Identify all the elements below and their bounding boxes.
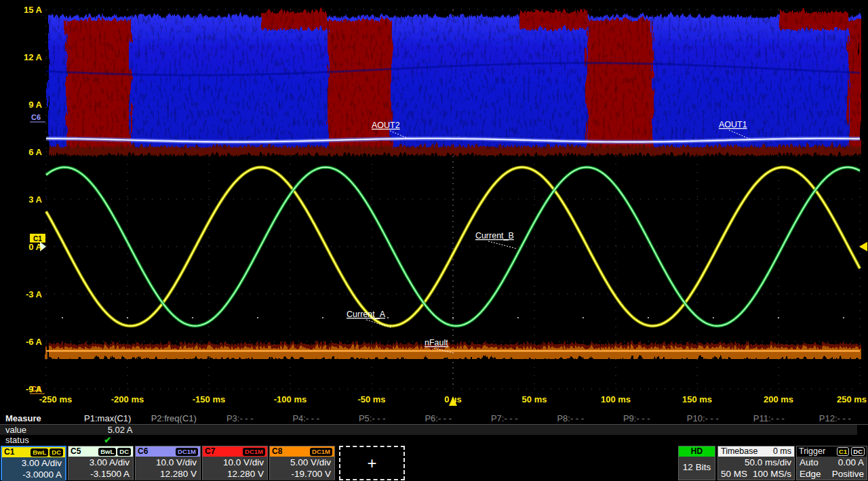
waveform-display[interactable]: AOUT2AOUT1Current_ACurrent_BnFaultC6C1C8…	[0, 0, 868, 412]
measure-status-1: ✔	[75, 435, 141, 445]
minor-grid-dot	[648, 317, 649, 318]
channel-box-c7[interactable]: C7DC1M10.0 V/div12.280 V	[202, 446, 268, 480]
acquisition-box[interactable]: HD 12 Bits	[678, 446, 715, 480]
channel-id-label: C8	[272, 446, 282, 457]
bottom-panel: Measure P1:max(C1)P2:freq(C1)P3:- - -P4:…	[0, 412, 868, 481]
trigger-coupling-badge: DC	[851, 447, 865, 456]
timebase-offset: 0 ms	[773, 446, 791, 457]
x-axis-label: 50 ms	[522, 394, 547, 404]
channel-badge-dc: DC	[50, 448, 63, 457]
measure-param-11[interactable]: P11:- - -	[736, 413, 802, 423]
timebase-title: Timebase	[721, 446, 757, 457]
channel-scale: 10.0 V/div	[203, 457, 264, 469]
measure-table: Measure P1:max(C1)P2:freq(C1)P3:- - -P4:…	[0, 412, 868, 445]
trigger-slope: Positive	[832, 469, 864, 480]
channel-box-c1[interactable]: C1BwLDC3.00 A/div-3.0000 A	[1, 446, 66, 480]
channel-badge-dc1m: DC1M	[176, 448, 198, 456]
minor-grid-dot	[452, 317, 454, 318]
y-axis-label: -3 A	[26, 289, 43, 299]
descriptor-row: + HD 12 Bits Timebase 0 ms 50.0 ms/div 5…	[0, 446, 868, 481]
plus-icon: +	[367, 455, 376, 472]
measure-value-row-label: value	[0, 425, 75, 435]
channel-badge-bwl: BwL	[98, 448, 116, 456]
trace-label-aout1[interactable]: AOUT1	[719, 120, 747, 129]
x-axis-label: 0 µs	[444, 394, 462, 404]
minor-grid-dot	[778, 317, 779, 318]
y-axis-label: 6 A	[28, 147, 42, 157]
channel-badge-dc1m: DC1M	[243, 448, 265, 456]
channel-badge-dc1m: DC1M	[310, 448, 332, 456]
minor-grid-dot	[387, 317, 389, 318]
measure-param-7[interactable]: P7:- - -	[471, 413, 538, 423]
trigger-level: 0.00 A	[838, 457, 864, 469]
timebase-sample-rate: 100 MS/s	[753, 469, 791, 480]
channel-offset: 12.280 V	[136, 469, 197, 480]
y-axis-label: 12 A	[24, 52, 43, 62]
minor-grid-dot	[322, 317, 323, 318]
channel-scale: 10.0 V/div	[136, 457, 197, 469]
minor-grid-dot	[843, 317, 844, 318]
channel-id-label: C1	[4, 447, 14, 457]
minor-grid-dot	[583, 317, 584, 318]
minor-grid-dot	[62, 317, 63, 318]
channel-badge-bwl: BwL	[31, 448, 48, 457]
timebase-scale: 50.0 ms/div	[721, 457, 791, 469]
trace-label-current-b[interactable]: Current_B	[475, 231, 514, 240]
x-axis-label: -100 ms	[274, 394, 307, 404]
c6-trace-marker[interactable]: C6	[31, 113, 41, 121]
measure-status-row-label: status	[0, 435, 75, 445]
add-trace-button[interactable]: +	[339, 446, 405, 480]
channel-id-label: C7	[205, 446, 215, 457]
x-axis-label: -50 ms	[357, 394, 385, 404]
channel-scale: 3.00 A/div	[68, 457, 130, 469]
y-axis-label: -9 A	[26, 384, 43, 394]
minor-grid-dot	[257, 317, 258, 318]
hd-bits-label: 12 Bits	[679, 457, 715, 480]
measure-param-10[interactable]: P10:- - -	[670, 413, 736, 423]
x-axis-label: -250 ms	[39, 394, 72, 404]
minor-grid-dot	[713, 317, 714, 318]
measure-title: Measure	[0, 413, 75, 423]
nfault-band	[46, 341, 860, 357]
y-axis-label: -6 A	[26, 337, 43, 347]
y-axis-label: 0 A	[28, 242, 42, 252]
measure-param-3[interactable]: P3:- - -	[207, 413, 273, 423]
channel-offset: -3.1500 A	[68, 469, 130, 480]
timebase-box[interactable]: Timebase 0 ms 50.0 ms/div 50 MS 100 MS/s	[717, 446, 795, 480]
measure-value-1: 5.02 A	[75, 425, 141, 435]
hd-mode-badge: HD	[679, 446, 715, 457]
measure-param-6[interactable]: P6:- - -	[406, 413, 472, 423]
measure-param-5[interactable]: P5:- - -	[339, 413, 406, 423]
measure-param-9[interactable]: P9:- - -	[604, 413, 670, 423]
measure-param-4[interactable]: P4:- - -	[273, 413, 340, 423]
minor-grid-dot	[127, 317, 128, 318]
channel-id-label: C6	[138, 446, 148, 457]
channel-box-c5[interactable]: C5BwLDC3.00 A/div-3.1500 A	[68, 446, 134, 480]
trigger-box[interactable]: Trigger C1 DC Auto 0.00 A Edge Positive	[796, 446, 867, 480]
trace-label-aout2[interactable]: AOUT2	[372, 121, 400, 130]
trigger-title: Trigger	[799, 446, 835, 457]
measure-param-2[interactable]: P2:freq(C1)	[141, 413, 208, 423]
channel-offset: -19.700 V	[270, 469, 331, 480]
trigger-mode: Auto	[800, 457, 818, 469]
channel-offset: 12.280 V	[203, 469, 264, 480]
y-axis-label: 9 A	[28, 100, 42, 110]
trace-label-nfault[interactable]: nFault	[425, 338, 448, 348]
channel-offset: -3.0000 A	[2, 469, 62, 481]
y-axis-label: 3 A	[28, 194, 42, 205]
channel-box-c8[interactable]: C8DC1M5.00 V/div-19.700 V	[269, 446, 335, 480]
trace-label-current-a[interactable]: Current_A	[347, 310, 386, 319]
x-axis-label: -200 ms	[111, 394, 144, 404]
timebase-record-length: 50 MS	[721, 469, 747, 480]
measure-param-1[interactable]: P1:max(C1)	[75, 413, 141, 423]
minor-grid-dot	[192, 317, 193, 318]
channel-scale: 3.00 A/div	[2, 458, 62, 469]
channel-badge-dc: DC	[117, 448, 131, 456]
minor-grid-dot	[517, 317, 519, 318]
measure-param-12[interactable]: P12:- - -	[802, 413, 868, 423]
y-axis-label: 15 A	[24, 5, 43, 15]
x-axis-label: 250 ms	[837, 394, 867, 404]
measure-param-8[interactable]: P8:- - -	[538, 413, 604, 423]
channel-box-c6[interactable]: C6DC1M10.0 V/div12.280 V	[135, 446, 201, 480]
x-axis-label: 200 ms	[764, 394, 793, 404]
